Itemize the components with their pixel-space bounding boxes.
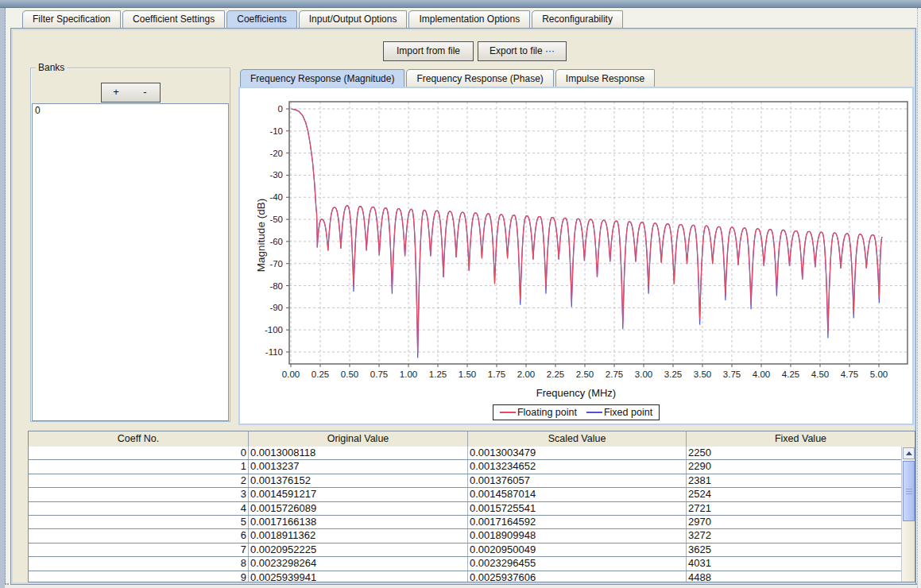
tab-coefficient-settings[interactable]: Coefficient Settings [122,10,225,28]
svg-text:2.75: 2.75 [606,369,623,379]
table-cell: 2721 [687,502,901,515]
table-cell: 6 [29,529,249,542]
svg-text:0.00: 0.00 [282,369,300,379]
tab-impulse-response[interactable]: Impulse Response [555,69,655,87]
table-cell: 3625 [687,544,901,556]
tab-coefficients[interactable]: Coefficients [226,10,296,28]
table-cell: 0.0013008118 [249,447,468,459]
scrollbar-up-button[interactable] [903,447,915,459]
bank-remove-button[interactable]: - [130,83,161,103]
export-to-file-button[interactable]: Export to file ··· [478,41,567,61]
table-cell: 0.001376152 [249,474,468,487]
table-cell: 2290 [687,460,901,473]
banks-panel: Banks + - 0 [30,68,230,422]
table-cell: 0.0025939941 [249,571,468,582]
svg-text:1.25: 1.25 [429,369,447,379]
svg-text:0.25: 0.25 [312,369,329,379]
scrollbar-thumb[interactable] [903,461,915,521]
table-cell: 0.0015725541 [468,502,687,515]
table-cell: 0.0014591217 [249,488,468,501]
table-cell: 7 [29,544,249,556]
table-cell: 8 [29,557,249,570]
svg-text:3.50: 3.50 [694,369,711,379]
table-cell: 0.0018909948 [468,529,687,542]
table-cell: 3272 [687,529,901,542]
tab-input-output-options[interactable]: Input/Output Options [299,10,408,28]
tab-frequency-response-phase[interactable]: Frequency Response (Phase) [406,69,553,87]
tab-filter-specification[interactable]: Filter Specification [22,10,121,28]
table-row[interactable]: 20.0013761520.0013760572381 [29,474,901,488]
svg-text:-90: -90 [269,303,283,312]
column-header-original-value[interactable]: Original Value [249,431,468,447]
banks-list[interactable]: 0 [32,103,229,421]
import-from-file-button[interactable]: Import from file [383,41,474,61]
table-cell: 0.0020950049 [468,544,687,556]
table-cell: 2524 [687,488,901,501]
svg-text:0: 0 [278,104,283,114]
magnitude-response-plot: 0.000.250.500.751.001.251.501.752.002.25… [240,90,912,385]
tab-reconfigurability[interactable]: Reconfigurability [532,10,623,28]
table-cell: 0.0025937606 [468,571,687,582]
up-arrow-icon [906,451,912,455]
chart-legend: Floating point Fixed point [240,404,912,420]
svg-text:-50: -50 [269,215,283,224]
table-row[interactable]: 10.00132370.00132346522290 [29,460,901,474]
response-tab-bar: Frequency Response (Magnitude) Frequency… [240,69,656,87]
table-cell: 3 [29,488,249,501]
svg-text:2.25: 2.25 [547,369,564,379]
svg-text:-10: -10 [269,126,283,136]
svg-text:1.00: 1.00 [400,369,417,379]
svg-text:4.25: 4.25 [782,369,799,379]
table-cell: 4 [29,502,249,515]
svg-text:1.50: 1.50 [459,369,476,379]
table-cell: 0.0023298264 [249,557,468,570]
column-header-scaled-value[interactable]: Scaled Value [468,431,687,447]
table-row[interactable]: 00.00130081180.00130034792250 [29,447,901,460]
table-row[interactable]: 90.00259399410.00259376064488 [29,571,901,582]
fixed-point-line-swatch [586,412,602,413]
svg-text:4.75: 4.75 [841,369,858,379]
table-cell: 9 [29,571,249,582]
bank-add-button[interactable]: + [101,83,131,103]
coefficients-table-body: 00.00130081180.0013003479225010.00132370… [29,447,901,582]
legend-floating-point: Floating point [500,407,577,418]
table-row[interactable]: 40.00157260890.00157255412721 [29,502,901,516]
table-cell: 1 [29,460,249,473]
table-cell: 0.0013237 [249,460,468,473]
svg-text:0.50: 0.50 [341,369,358,379]
table-row[interactable]: 80.00232982640.00232964554031 [29,557,901,571]
svg-text:-110: -110 [265,347,283,357]
table-cell: 2 [29,474,249,487]
legend-fixed-point-label: Fixed point [604,407,652,418]
tab-implementation-options[interactable]: Implementation Options [408,10,530,28]
column-header-coeff-no[interactable]: Coeff No. [29,431,249,447]
main-tab-bar: Filter Specification Coefficient Setting… [22,10,625,28]
scrollbar-grip-icon [906,489,912,495]
bank-list-item[interactable]: 0 [33,104,228,117]
svg-text:5.00: 5.00 [870,369,888,379]
table-cell: 0 [29,447,249,459]
table-row[interactable]: 50.00171661380.00171645922970 [29,516,901,529]
floating-point-line-swatch [500,412,516,413]
svg-text:1.75: 1.75 [488,369,505,379]
svg-text:2.00: 2.00 [517,369,535,379]
svg-text:3.25: 3.25 [664,369,682,379]
table-cell: 0.0018911362 [249,529,468,542]
table-cell: 4031 [687,557,901,570]
magnitude-response-pane: Magnitude (dB) 0.000.250.500.751.001.251… [238,87,914,425]
table-cell: 2250 [687,447,901,459]
table-cell: 0.0013234652 [468,460,687,473]
table-row[interactable]: 60.00189113620.00189099483272 [29,529,901,543]
svg-text:0.75: 0.75 [370,369,388,379]
table-row[interactable]: 30.00145912170.00145870142524 [29,488,901,501]
window-left-edge [0,8,6,588]
table-vertical-scrollbar[interactable] [901,447,915,582]
table-cell: 2970 [687,516,901,528]
legend-fixed-point: Fixed point [586,407,652,418]
tab-frequency-response-magnitude[interactable]: Frequency Response (Magnitude) [240,69,404,87]
svg-text:3.00: 3.00 [635,369,652,379]
table-cell: 0.001376057 [468,474,687,487]
table-row[interactable]: 70.00209522250.00209500493625 [29,544,901,557]
column-header-fixed-value[interactable]: Fixed Value [687,431,915,447]
legend-floating-point-label: Floating point [517,407,577,418]
